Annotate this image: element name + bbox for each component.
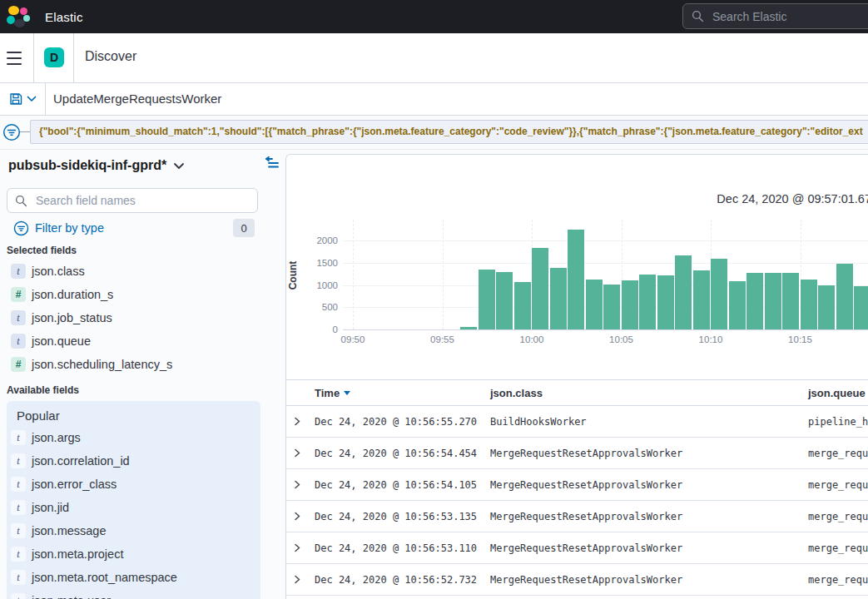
class-cell: MergeRequestResetApprovalsWorker [490, 479, 808, 491]
string-type-icon: t [11, 310, 26, 325]
table-row: Dec 24, 2020 @ 10:56:53.135MergeRequestR… [286, 501, 868, 532]
field-name: json.meta.root_namespace [32, 571, 177, 584]
column-header-json-class[interactable]: json.class [490, 387, 808, 399]
save-query-button[interactable] [0, 83, 46, 115]
chevron-down-icon [27, 96, 37, 102]
popular-label: Popular [17, 408, 60, 423]
histogram-bar[interactable] [729, 281, 746, 329]
space-badge[interactable]: D [44, 47, 64, 67]
kibana-discover-app: Elastic D Discover UpdateMerge [0, 0, 868, 599]
field-item[interactable]: tjson.queue [0, 329, 285, 353]
table-row: Dec 24, 2020 @ 10:56:54.105MergeRequestR… [286, 469, 868, 501]
expand-row-icon[interactable] [294, 416, 301, 427]
elastic-logo-icon[interactable] [7, 5, 30, 28]
expand-row-icon[interactable] [294, 479, 301, 490]
x-tick-label: 09:55 [423, 334, 463, 344]
histogram-bar[interactable] [711, 259, 727, 329]
time-cell: Dec 24, 2020 @ 10:56:54.454 [315, 448, 490, 459]
collapse-sidebar-icon[interactable] [265, 156, 280, 169]
field-item[interactable]: tjson.meta.project [0, 542, 285, 566]
row-expander[interactable] [286, 448, 315, 458]
divider [33, 33, 34, 82]
histogram-bar[interactable] [854, 286, 868, 329]
search-icon [15, 195, 27, 207]
histogram-bar[interactable] [639, 275, 656, 329]
histogram-bar[interactable] [657, 275, 674, 329]
filter-circle-icon[interactable] [2, 123, 21, 141]
histogram-bar[interactable] [693, 270, 710, 329]
gridline-h [343, 240, 868, 241]
field-search-input[interactable] [34, 193, 234, 208]
histogram-bar[interactable] [675, 255, 692, 329]
histogram-bar[interactable] [586, 280, 603, 329]
histogram-bar[interactable] [479, 270, 495, 329]
histogram-bar[interactable] [550, 268, 567, 329]
index-pattern-name: pubsub-sidekiq-inf-gprd* [8, 158, 166, 173]
histogram-bar[interactable] [496, 272, 513, 329]
menu-icon[interactable] [7, 52, 27, 65]
histogram-bar[interactable] [782, 273, 799, 329]
histogram-bar[interactable] [765, 273, 781, 329]
query-input[interactable]: UpdateMergeRequestsWorker [53, 83, 221, 115]
field-item[interactable]: tjson.class [0, 260, 285, 283]
breadcrumb[interactable]: Discover [85, 49, 136, 64]
expand-row-icon[interactable] [294, 511, 301, 522]
global-search-box[interactable] [682, 3, 868, 29]
row-expander[interactable] [286, 574, 315, 585]
brand-title: Elastic [45, 10, 83, 24]
x-tick-label: 10:10 [691, 334, 731, 344]
field-name: json.meta.project [32, 547, 123, 561]
top-header-bar: Elastic [0, 0, 868, 33]
field-item[interactable]: tjson.args [0, 426, 285, 449]
histogram-bar[interactable] [603, 285, 620, 329]
time-cell: Dec 24, 2020 @ 10:56:52.732 [315, 574, 490, 586]
x-tick-label: 09:50 [333, 334, 373, 344]
field-item[interactable]: tjson.message [0, 519, 285, 542]
queue-cell: merge_reque [808, 511, 868, 522]
string-type-icon: t [11, 430, 26, 445]
histogram-bar[interactable] [622, 280, 638, 329]
expand-row-icon[interactable] [294, 574, 301, 585]
histogram-bar[interactable] [568, 230, 584, 329]
y-tick-label: 500 [305, 302, 338, 312]
field-item[interactable]: tjson.jid [0, 496, 285, 519]
column-header-time[interactable]: Time [315, 387, 490, 399]
row-expander[interactable] [286, 479, 315, 490]
table-row: Dec 24, 2020 @ 10:56:53.110MergeRequestR… [286, 532, 868, 564]
popular-fields-panel: Popular tjson.argstjson.correlation_idtj… [7, 401, 260, 599]
field-item[interactable]: tjson.job_status [0, 306, 285, 329]
fields-sidebar: pubsub-sidekiq-inf-gprd* [0, 150, 285, 599]
field-item[interactable]: tjson.correlation_id [0, 449, 285, 473]
global-search-input[interactable] [711, 9, 861, 24]
row-expander[interactable] [286, 542, 315, 553]
index-pattern-selector[interactable]: pubsub-sidekiq-inf-gprd* [8, 158, 185, 173]
field-item[interactable]: tjson.meta.root_namespace [0, 566, 285, 589]
histogram-bar[interactable] [460, 327, 477, 329]
document-table-rows: Dec 24, 2020 @ 10:56:55.270BuildHooksWor… [286, 406, 868, 596]
filter-by-type-button[interactable]: Filter by type 0 [13, 218, 258, 238]
x-tick-label: 10:15 [781, 334, 821, 344]
histogram-bar[interactable] [746, 273, 763, 329]
column-header-json-queue[interactable]: json.queue [808, 387, 868, 399]
popular-fields-list: tjson.argstjson.correlation_idtjson.erro… [0, 426, 285, 599]
expand-row-icon[interactable] [294, 448, 301, 458]
gridline-h [343, 263, 868, 264]
table-row: Dec 24, 2020 @ 10:56:52.732MergeRequestR… [286, 564, 868, 596]
histogram-bar[interactable] [801, 280, 817, 329]
histogram-bar[interactable] [836, 264, 853, 329]
histogram-bar[interactable] [532, 248, 548, 329]
row-expander[interactable] [286, 416, 315, 427]
field-item[interactable]: #json.duration_s [0, 283, 285, 306]
string-type-icon: t [11, 453, 26, 468]
histogram-bar[interactable] [818, 285, 835, 329]
field-item[interactable]: #json.scheduling_latency_s [0, 353, 285, 376]
field-item[interactable]: tjson.error_class [0, 473, 285, 496]
histogram-bar[interactable] [514, 282, 531, 329]
filter-pill[interactable]: {"bool":{"minimum_should_match":1,"shoul… [30, 120, 868, 144]
queue-cell: merge_reque [808, 574, 868, 586]
field-search-box[interactable] [7, 188, 258, 213]
expand-row-icon[interactable] [294, 542, 301, 553]
class-cell: BuildHooksWorker [490, 416, 808, 428]
row-expander[interactable] [286, 511, 315, 522]
field-item[interactable]: tjson.meta.user [0, 589, 285, 599]
